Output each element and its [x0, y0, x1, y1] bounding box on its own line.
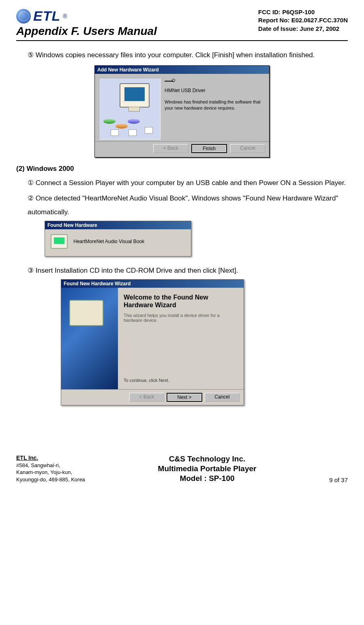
wizard1-titlebar: Add New Hardware Wizard: [95, 66, 269, 74]
wizard2-cancel-button[interactable]: Cancel: [205, 393, 240, 402]
logo-text: ETL: [33, 8, 60, 24]
device-icon: [51, 234, 68, 249]
report-no: Report No: E02.0627.FCC.370N: [258, 16, 348, 24]
wizard1-message: Windows has finished installing the soft…: [165, 99, 265, 112]
wizard1-cancel-button: Cancel: [230, 144, 265, 153]
header-separator: [16, 40, 348, 41]
globe-icon: [16, 9, 31, 24]
step-5-text: ⑤ Windows copies necessary files into yo…: [28, 48, 348, 62]
footer-page-number: 9 of 37: [329, 476, 348, 483]
page-footer: ETL Inc. #584, Sangwhal-ri, Kanam-myon, …: [16, 454, 348, 483]
wizard2-next-button[interactable]: Next >: [167, 393, 202, 402]
footer-center-2: Multimedia Portable Player: [158, 464, 257, 474]
fcc-id: FCC ID: P6QSP-100: [258, 8, 348, 16]
issue-date: Date of Issue: June 27, 2002: [258, 25, 348, 33]
found-new-hardware-wizard-window: Found New Hardware Wizard Welcome to the…: [61, 279, 244, 405]
found-new-hardware-window: Found New Hardware HeartMoreNet Audio Vi…: [45, 221, 191, 256]
logo-block: ETL ® Appendix F. Users Manual: [16, 8, 157, 38]
wizard1-driver-name: HMNet USB Driver: [165, 88, 265, 93]
appendix-title: Appendix F. Users Manual: [16, 25, 157, 38]
footer-addr3: Kyounggi-do, 469-885, Korea: [16, 476, 85, 483]
logo-registered: ®: [63, 13, 67, 19]
wizard2-welcome: Welcome to the Found New Hardware Wizard: [124, 293, 238, 309]
page-header: ETL ® Appendix F. Users Manual FCC ID: P…: [16, 8, 348, 38]
wizard1-finish-button[interactable]: Finish: [191, 144, 227, 153]
fcc-info: FCC ID: P6QSP-100 Report No: E02.0627.FC…: [258, 8, 348, 33]
wizard2-back-button: < Back: [129, 393, 164, 402]
footer-center-1: C&S Technology Inc.: [158, 454, 257, 464]
footer-center: C&S Technology Inc. Multimedia Portable …: [158, 454, 257, 483]
fnh-titlebar: Found New Hardware: [45, 221, 191, 229]
wizard2-continue-text: To continue, click Next.: [124, 378, 238, 386]
step-2-1-text: ① Connect a Session Player with your com…: [28, 176, 348, 190]
footer-addr2: Kanam-myon, Yoju-kun,: [16, 469, 85, 476]
wizard2-description: This wizard helps you install a device d…: [124, 313, 238, 323]
step-2-3-text: ③ Insert Installation CD into the CD-ROM…: [28, 264, 348, 278]
wizard2-illustration: [61, 288, 118, 389]
footer-company: ETL Inc.: [16, 454, 85, 462]
section-windows-2000: (2) Windows 2000: [16, 165, 348, 173]
add-new-hardware-wizard-window: Add New Hardware Wizard HMNet USB Driver…: [94, 65, 270, 157]
footer-center-3: Model : SP-100: [158, 474, 257, 483]
wizard1-back-button: < Back: [153, 144, 188, 153]
wizard2-titlebar: Found New Hardware Wizard: [61, 280, 244, 288]
fnh-text: HeartMoreNet Audio Visual Book: [73, 239, 144, 244]
step-2-2-text: ② Once detected "HeartMoreNet Audio Visu…: [28, 192, 348, 219]
footer-addr1: #584, Sangwhal-ri,: [16, 462, 85, 469]
footer-left: ETL Inc. #584, Sangwhal-ri, Kanam-myon, …: [16, 454, 85, 483]
usb-icon: [165, 78, 175, 85]
wizard1-illustration: [99, 78, 161, 140]
